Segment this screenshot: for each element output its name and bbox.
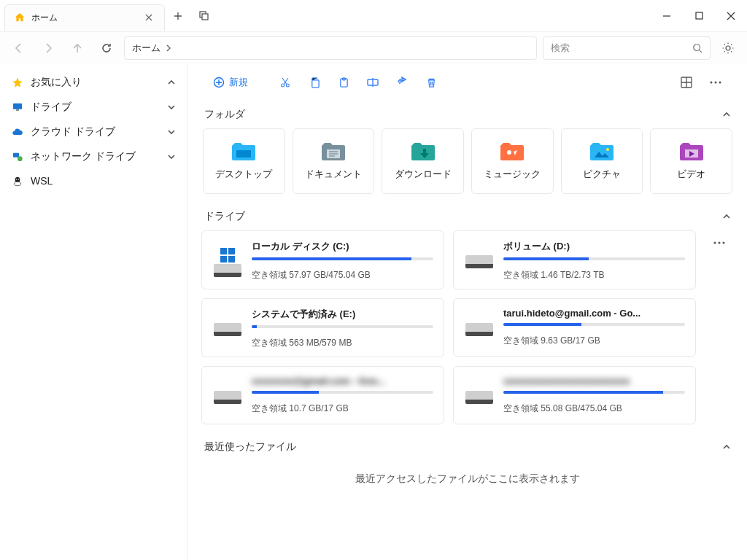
folder-icon <box>410 141 436 162</box>
refresh-button[interactable] <box>95 36 118 60</box>
sidebar-item-drives[interactable]: ドライブ <box>4 95 183 120</box>
drive-icon <box>212 244 243 275</box>
minimize-button[interactable] <box>651 1 683 31</box>
section-drives-header[interactable]: ドライブ <box>201 203 734 230</box>
drive-card[interactable]: システムで予約済み (E:)空き領域 563 MB/579 MB <box>201 298 444 357</box>
sidebar: お気に入り ドライブ クラウド ドライブ ネットワーク ドライブ WSL <box>0 64 188 560</box>
sidebar-item-label: お気に入り <box>31 76 82 89</box>
copy-button[interactable] <box>302 70 327 95</box>
drive-icon <box>464 380 495 411</box>
svg-rect-15 <box>311 79 318 87</box>
drive-free-space: 空き領域 57.97 GB/475.04 GB <box>252 269 433 281</box>
folder-icon <box>320 141 347 162</box>
usage-bar <box>252 325 433 328</box>
home-icon <box>14 12 26 23</box>
drive-title: ローカル ディスク (C:) <box>252 240 433 253</box>
folder-icon <box>589 141 615 162</box>
folder-label: ダウンロード <box>395 168 452 181</box>
settings-button[interactable] <box>716 36 740 60</box>
folder-card[interactable]: ダウンロード <box>382 128 464 194</box>
tab-home[interactable]: ホーム <box>4 4 165 31</box>
folder-card[interactable]: ドキュメント <box>293 128 375 194</box>
cloud-icon <box>12 126 23 138</box>
search-input[interactable]: 検索 <box>543 36 711 60</box>
tab-label: ホーム <box>31 12 136 24</box>
folder-icon <box>231 141 257 162</box>
usage-bar <box>252 257 433 260</box>
rename-button[interactable] <box>360 70 385 95</box>
section-folders-header[interactable]: フォルダ <box>201 101 734 128</box>
recent-empty-message: 最近アクセスしたファイルがここに表示されます <box>201 461 734 497</box>
svg-rect-29 <box>220 256 227 262</box>
navbar: ホーム 検索 <box>0 32 747 64</box>
drive-title: tarui.hideto@gmail.com - Go... <box>503 308 685 319</box>
new-tab-button[interactable] <box>165 3 191 29</box>
drive-more-button[interactable] <box>707 230 732 255</box>
sidebar-item-network[interactable]: ネットワーク ドライブ <box>4 144 183 169</box>
breadcrumb-home[interactable]: ホーム <box>132 42 160 55</box>
folder-card[interactable]: ピクチャ <box>561 128 643 194</box>
svg-rect-1 <box>202 14 208 20</box>
svg-point-22 <box>719 82 721 84</box>
svg-point-21 <box>715 82 717 84</box>
share-button[interactable] <box>390 70 414 95</box>
drive-icon <box>464 312 495 343</box>
address-bar[interactable]: ホーム <box>124 36 537 60</box>
folder-label: ピクチャ <box>583 168 621 181</box>
folder-card[interactable]: ビデオ <box>650 128 732 194</box>
forward-button[interactable] <box>36 36 60 60</box>
folder-card[interactable]: ミュージック <box>471 128 554 194</box>
folder-label: ビデオ <box>677 168 705 181</box>
chevron-down-icon <box>167 152 176 161</box>
sidebar-item-cloud[interactable]: クラウド ドライブ <box>4 120 183 144</box>
drive-title: システムで予約済み (E:) <box>252 308 433 321</box>
svg-point-20 <box>711 82 713 84</box>
drive-icon <box>212 312 243 343</box>
folder-card[interactable]: デスクトップ <box>203 128 285 194</box>
drive-card[interactable]: xxxxxxxxxxxxxxxxxxxxxxxx空き領域 55.08 GB/47… <box>453 366 696 424</box>
new-button[interactable]: 新規 <box>207 73 254 92</box>
svg-point-11 <box>18 179 19 179</box>
drive-card[interactable]: ボリューム (D:)空き領域 1.46 TB/2.73 TB <box>453 230 696 289</box>
section-recent-header[interactable]: 最近使ったファイル <box>201 433 734 461</box>
sidebar-item-label: WSL <box>31 175 53 187</box>
sidebar-item-favorites[interactable]: お気に入り <box>4 70 183 95</box>
svg-point-31 <box>714 242 716 244</box>
chevron-down-icon <box>167 103 176 112</box>
drive-card[interactable]: tarui.hideto@gmail.com - Go...空き領域 9.63 … <box>453 298 696 357</box>
paste-button[interactable] <box>331 70 356 95</box>
sidebar-item-label: ドライブ <box>31 101 71 114</box>
section-title: 最近使ったファイル <box>204 440 296 454</box>
svg-rect-30 <box>228 256 235 262</box>
svg-rect-2 <box>696 12 703 19</box>
drive-free-space: 空き領域 55.08 GB/475.04 GB <box>503 402 685 415</box>
back-button[interactable] <box>7 36 31 60</box>
sidebar-item-label: ネットワーク ドライブ <box>31 150 136 163</box>
section-title: フォルダ <box>204 108 245 121</box>
drive-card[interactable]: xxxxxxxx@gmail.com - Goo...空き領域 10.7 GB/… <box>201 366 444 424</box>
folder-label: ドキュメント <box>305 168 362 181</box>
sidebar-item-wsl[interactable]: WSL <box>4 169 183 192</box>
drive-free-space: 空き領域 563 MB/579 MB <box>252 337 433 349</box>
tab-close-icon[interactable] <box>142 11 155 24</box>
tab-overview-icon[interactable] <box>191 3 217 29</box>
more-button[interactable] <box>703 70 728 95</box>
new-button-label: 新規 <box>229 76 248 89</box>
svg-rect-6 <box>13 153 19 158</box>
close-button[interactable] <box>715 1 747 31</box>
folder-icon <box>499 141 525 162</box>
search-icon <box>692 43 703 53</box>
layout-button[interactable] <box>674 70 699 95</box>
usage-bar <box>252 391 433 394</box>
chevron-up-icon <box>167 78 176 87</box>
monitor-icon <box>12 101 23 113</box>
folder-icon <box>678 141 705 162</box>
cut-button[interactable] <box>273 70 298 95</box>
chevron-right-icon <box>165 44 172 52</box>
up-button[interactable] <box>66 36 89 60</box>
maximize-button[interactable] <box>683 1 715 31</box>
toolbar: 新規 <box>201 64 734 101</box>
drive-icon <box>212 380 243 411</box>
drive-card[interactable]: ローカル ディスク (C:)空き領域 57.97 GB/475.04 GB <box>201 230 444 289</box>
delete-button[interactable] <box>419 70 444 95</box>
